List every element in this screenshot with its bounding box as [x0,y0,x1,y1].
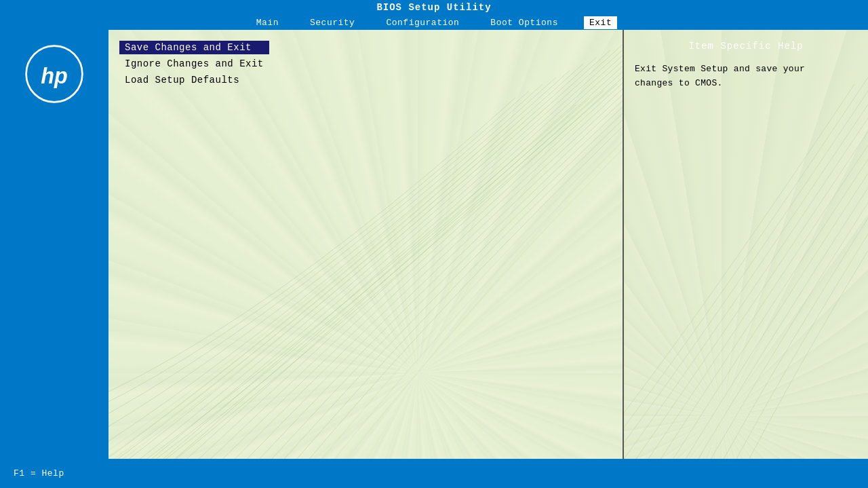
menu-bar: Main Security Configuration Boot Options… [0,15,868,30]
ignore-changes-exit-option[interactable]: Ignore Changes and Exit [119,57,269,71]
f1-help-label: F1 = Help [14,468,64,478]
menu-item-main[interactable]: Main [251,16,284,29]
menu-item-boot-options[interactable]: Boot Options [485,16,564,29]
main-content: Save Changes and Exit Ignore Changes and… [108,30,624,459]
menu-item-configuration[interactable]: Configuration [380,16,465,29]
bottom-bar: F1 = Help [0,459,868,488]
save-changes-exit-option[interactable]: Save Changes and Exit [119,41,269,54]
bios-title: BIOS Setup Utility [376,2,491,13]
menu-item-exit[interactable]: Exit [584,16,617,29]
load-setup-defaults-option[interactable]: Load Setup Defaults [119,73,269,87]
bios-menu-options: Save Changes and Exit Ignore Changes and… [119,41,269,90]
swirl-overlay [108,30,624,459]
menu-item-security[interactable]: Security [304,16,360,29]
right-swirl-overlay [624,30,868,459]
title-bar: BIOS Setup Utility [0,0,868,15]
item-specific-help: Item Specific Help Exit System Setup and… [635,41,857,91]
svg-text:hp: hp [41,64,68,88]
help-text: Exit System Setup and save your changes … [635,62,857,91]
logo-area: hp [0,30,108,457]
hp-logo: hp [24,43,85,105]
right-panel: Item Specific Help Exit System Setup and… [624,30,868,459]
help-title: Item Specific Help [635,41,857,52]
